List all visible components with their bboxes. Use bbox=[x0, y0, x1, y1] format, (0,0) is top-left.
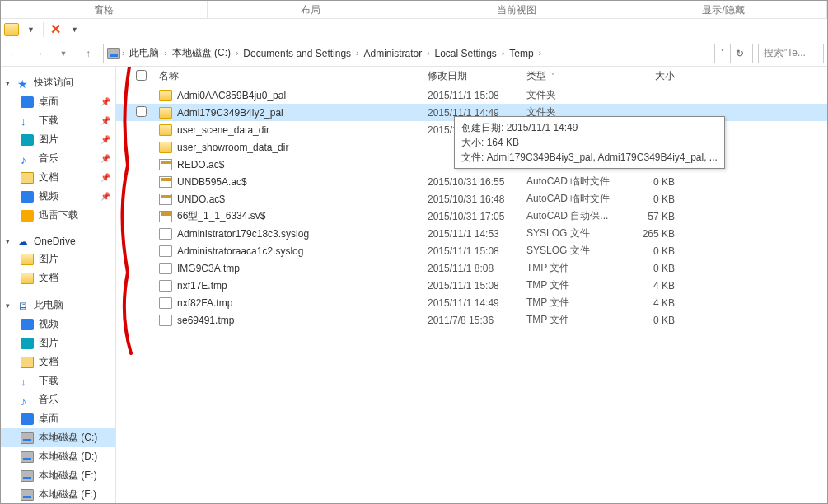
file-row[interactable]: Admi0AAC859B4ju0_pal 2015/11/1 15:08 文件夹 bbox=[116, 86, 827, 104]
ic-file-icon bbox=[159, 263, 172, 274]
file-list-pane: 名称 修改日期 类型˄ 大小 Admi0AAC859B4ju0_pal 2015… bbox=[116, 67, 827, 503]
breadcrumb-segment[interactable]: Documents and Settings bbox=[240, 48, 354, 59]
chevron-down-icon[interactable]: ▼ bbox=[68, 26, 82, 34]
sidebar-this-pc[interactable]: ▾🖥此电脑 bbox=[1, 296, 115, 315]
ic-drive-icon bbox=[21, 432, 34, 444]
breadcrumb-segment[interactable]: Local Settings bbox=[431, 48, 499, 59]
file-row[interactable]: UNDO.ac$ 2015/10/31 16:48 AutoCAD 临时文件 0… bbox=[116, 190, 827, 208]
chevron-right-icon[interactable]: › bbox=[425, 49, 431, 58]
column-header-size[interactable]: 大小 bbox=[625, 69, 683, 83]
column-header-name[interactable]: 名称 bbox=[156, 69, 428, 83]
file-date: 2015/11/1 15:08 bbox=[428, 90, 526, 101]
file-date: 2015/11/1 8:08 bbox=[428, 263, 526, 274]
quick-access-toolbar: ▼ ✕ ▼ bbox=[1, 19, 827, 40]
file-type: 文件夹 bbox=[526, 88, 625, 102]
chevron-right-icon[interactable]: › bbox=[500, 49, 506, 58]
sidebar-item[interactable]: 图片📌 bbox=[1, 130, 115, 149]
file-size: 0 KB bbox=[625, 194, 683, 205]
file-row[interactable]: nxf82FA.tmp 2015/11/1 14:49 TMP 文件 4 KB bbox=[116, 294, 827, 311]
sidebar-onedrive[interactable]: ▾☁OneDrive bbox=[1, 233, 115, 250]
sidebar-item[interactable]: ♪音乐📌 bbox=[1, 149, 115, 168]
ribbon-tab-panes[interactable]: 窗格 bbox=[1, 1, 208, 18]
pin-icon: 📌 bbox=[101, 135, 110, 144]
close-icon[interactable]: ✕ bbox=[49, 21, 63, 37]
file-name: se69491.tmp bbox=[177, 315, 234, 326]
file-size: 4 KB bbox=[625, 297, 683, 309]
breadcrumb-segment[interactable]: 此电脑 bbox=[126, 46, 162, 60]
file-type: SYSLOG 文件 bbox=[526, 244, 625, 258]
file-date: 2015/11/1 15:08 bbox=[428, 245, 526, 257]
file-row[interactable]: nxf17E.tmp 2015/11/1 15:08 TMP 文件 4 KB bbox=[116, 277, 827, 294]
ic-thunder-icon bbox=[21, 210, 34, 222]
tooltip-created: 创建日期: 2015/11/1 14:49 bbox=[461, 120, 718, 135]
sidebar-item[interactable]: 桌面 bbox=[1, 409, 115, 428]
sidebar-item[interactable]: 文档 bbox=[1, 268, 115, 287]
folder-icon[interactable] bbox=[4, 23, 19, 36]
file-row[interactable]: se69491.tmp 2011/7/8 15:36 TMP 文件 0 KB bbox=[116, 311, 827, 329]
sidebar-item[interactable]: 本地磁盘 (D:) bbox=[1, 447, 115, 466]
ribbon-tab-layout[interactable]: 布局 bbox=[208, 1, 414, 18]
tooltip-files: 文件: Admi179C349B4iy3_pal, Admi179C349B4i… bbox=[461, 150, 718, 165]
column-header-type[interactable]: 类型˄ bbox=[526, 69, 625, 83]
row-checkbox[interactable] bbox=[136, 106, 147, 117]
search-input[interactable]: 搜索"Te... bbox=[758, 44, 824, 63]
file-row[interactable]: IMG9C3A.tmp 2015/11/1 8:08 TMP 文件 0 KB bbox=[116, 259, 827, 277]
file-row[interactable]: Administratoraaca1c2.syslog 2015/11/1 15… bbox=[116, 242, 827, 259]
breadcrumb-segment[interactable]: Administrator bbox=[360, 48, 425, 59]
separator bbox=[43, 22, 44, 37]
file-name: 66型_1_1_6334.sv$ bbox=[177, 209, 265, 223]
sidebar-item[interactable]: 本地磁盘 (C:) bbox=[1, 428, 115, 447]
breadcrumb-bar[interactable]: › 此电脑 › 本地磁盘 (C:) › Documents and Settin… bbox=[103, 44, 753, 63]
file-date: 2011/7/8 15:36 bbox=[428, 315, 526, 326]
breadcrumb-segment[interactable]: 本地磁盘 (C:) bbox=[169, 46, 234, 60]
sidebar-item[interactable]: ↓下载📌 bbox=[1, 111, 115, 130]
ic-file-icon bbox=[159, 315, 172, 326]
sidebar-item[interactable]: 迅雷下载 bbox=[1, 206, 115, 225]
chevron-right-icon[interactable]: › bbox=[162, 49, 168, 58]
nav-forward-button[interactable]: → bbox=[29, 44, 49, 63]
separator bbox=[87, 22, 87, 37]
nav-back-button[interactable]: ← bbox=[4, 44, 24, 63]
sidebar-item[interactable]: 文档 bbox=[1, 352, 115, 371]
sidebar-item[interactable]: 视频📌 bbox=[1, 187, 115, 206]
sidebar-item[interactable]: 视频 bbox=[1, 315, 115, 334]
pin-icon: 📌 bbox=[101, 97, 110, 106]
sidebar-item[interactable]: 文档📌 bbox=[1, 168, 115, 187]
file-name: UNDO.ac$ bbox=[177, 194, 225, 205]
file-row[interactable]: 66型_1_1_6334.sv$ 2015/10/31 17:05 AutoCA… bbox=[116, 208, 827, 225]
sidebar-item[interactable]: ♪音乐 bbox=[1, 390, 115, 409]
sidebar-item[interactable]: 本地磁盘 (F:) bbox=[1, 485, 115, 503]
sidebar-quick-access[interactable]: ▾★快速访问 bbox=[1, 73, 115, 92]
file-row[interactable]: Administrator179c18c3.syslog 2015/11/1 1… bbox=[116, 225, 827, 242]
chevron-down-icon[interactable]: ▼ bbox=[24, 26, 38, 34]
ic-file-icon bbox=[159, 297, 172, 309]
sidebar-item[interactable]: 桌面📌 bbox=[1, 92, 115, 111]
sidebar-item[interactable]: ↓下载 bbox=[1, 371, 115, 390]
nav-up-button[interactable]: ↑ bbox=[78, 44, 98, 63]
ic-vid-icon bbox=[21, 191, 34, 203]
refresh-button[interactable]: ↻ bbox=[730, 44, 749, 63]
ic-desktop-icon bbox=[21, 96, 34, 108]
ribbon-tab-show-hide[interactable]: 显示/隐藏 bbox=[620, 1, 827, 18]
ic-folder-icon bbox=[159, 107, 172, 119]
nav-recent-dropdown[interactable]: ▼ bbox=[54, 44, 73, 63]
ic-down-icon: ↓ bbox=[21, 376, 34, 387]
chevron-right-icon[interactable]: › bbox=[354, 49, 360, 58]
sidebar-item[interactable]: 本地磁盘 (E:) bbox=[1, 466, 115, 485]
sidebar-item[interactable]: 图片 bbox=[1, 250, 115, 268]
file-size: 0 KB bbox=[625, 315, 683, 326]
address-dropdown[interactable]: ˅ bbox=[714, 44, 730, 63]
column-header-date[interactable]: 修改日期 bbox=[428, 69, 526, 83]
chevron-right-icon[interactable]: › bbox=[234, 49, 240, 58]
file-type: AutoCAD 临时文件 bbox=[526, 175, 625, 189]
ic-pic-icon bbox=[21, 338, 34, 349]
ic-file-icon bbox=[159, 228, 172, 240]
select-all-checkbox[interactable] bbox=[136, 70, 147, 81]
chevron-right-icon[interactable]: › bbox=[537, 49, 543, 58]
file-row[interactable]: UNDB595A.ac$ 2015/10/31 16:55 AutoCAD 临时… bbox=[116, 173, 827, 190]
sidebar-item[interactable]: 图片 bbox=[1, 334, 115, 352]
ribbon-tab-current-view[interactable]: 当前视图 bbox=[414, 1, 621, 18]
chevron-right-icon[interactable]: › bbox=[120, 49, 126, 58]
file-size: 4 KB bbox=[625, 280, 683, 292]
breadcrumb-segment[interactable]: Temp bbox=[506, 48, 536, 59]
